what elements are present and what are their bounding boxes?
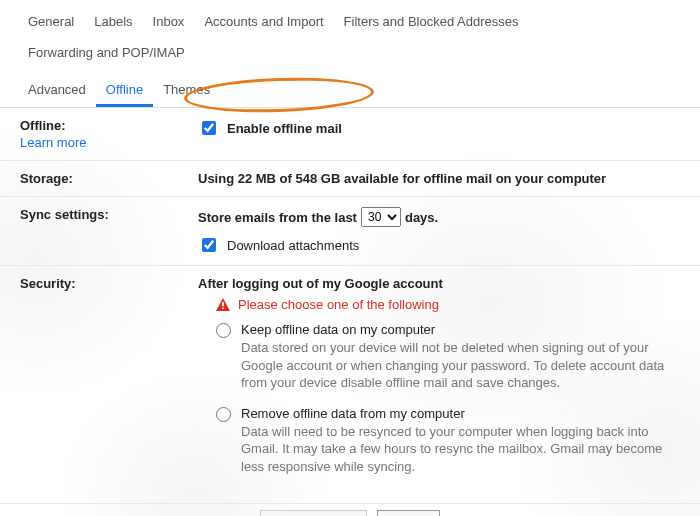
security-title: After logging out of my Google account (198, 276, 690, 291)
save-changes-button[interactable]: Save Changes (260, 510, 367, 516)
download-attachments-label: Download attachments (227, 238, 359, 253)
svg-rect-1 (222, 307, 224, 309)
sync-days-select[interactable]: 30 (361, 207, 401, 227)
security-label: Security: (20, 276, 76, 291)
remove-data-desc: Data will need to be resynced to your co… (241, 423, 670, 476)
sync-section: Sync settings: Store emails from the las… (0, 197, 700, 266)
storage-section: Storage: Using 22 MB of 548 GB available… (0, 161, 700, 197)
tab-filters-blocked[interactable]: Filters and Blocked Addresses (334, 8, 529, 39)
footer-buttons: Save Changes Cancel (0, 503, 700, 516)
tab-labels[interactable]: Labels (84, 8, 142, 39)
tab-forwarding-pop-imap[interactable]: Forwarding and POP/IMAP (18, 39, 195, 70)
remove-data-radio[interactable] (216, 407, 231, 422)
security-warning-text: Please choose one of the following (238, 297, 439, 312)
tab-advanced[interactable]: Advanced (18, 70, 96, 107)
storage-label: Storage: (20, 171, 73, 186)
svg-rect-0 (222, 302, 224, 306)
offline-section: Offline: Learn more Enable offline mail (0, 108, 700, 161)
offline-label: Offline: (20, 118, 66, 133)
tab-inbox[interactable]: Inbox (143, 8, 195, 39)
tab-general[interactable]: General (18, 8, 84, 39)
download-attachments-checkbox[interactable] (202, 238, 216, 252)
sync-label: Sync settings: (20, 207, 109, 222)
keep-data-title: Keep offline data on my computer (241, 322, 670, 337)
warning-icon (216, 298, 230, 311)
settings-tabs: General Labels Inbox Accounts and Import… (0, 0, 700, 108)
enable-offline-checkbox[interactable] (202, 121, 216, 135)
storage-text: Using 22 MB of 548 GB available for offl… (198, 171, 606, 186)
keep-data-radio[interactable] (216, 323, 231, 338)
sync-store-suffix: days. (405, 210, 438, 225)
sync-store-prefix: Store emails from the last (198, 210, 357, 225)
learn-more-link[interactable]: Learn more (20, 135, 198, 150)
tab-themes[interactable]: Themes (153, 70, 220, 107)
tab-accounts-import[interactable]: Accounts and Import (194, 8, 333, 39)
security-section: Security: After logging out of my Google… (0, 266, 700, 499)
cancel-button[interactable]: Cancel (377, 510, 439, 516)
remove-data-title: Remove offline data from my computer (241, 406, 670, 421)
enable-offline-label: Enable offline mail (227, 121, 342, 136)
keep-data-desc: Data stored on your device will not be d… (241, 339, 670, 392)
tab-offline[interactable]: Offline (96, 70, 153, 107)
